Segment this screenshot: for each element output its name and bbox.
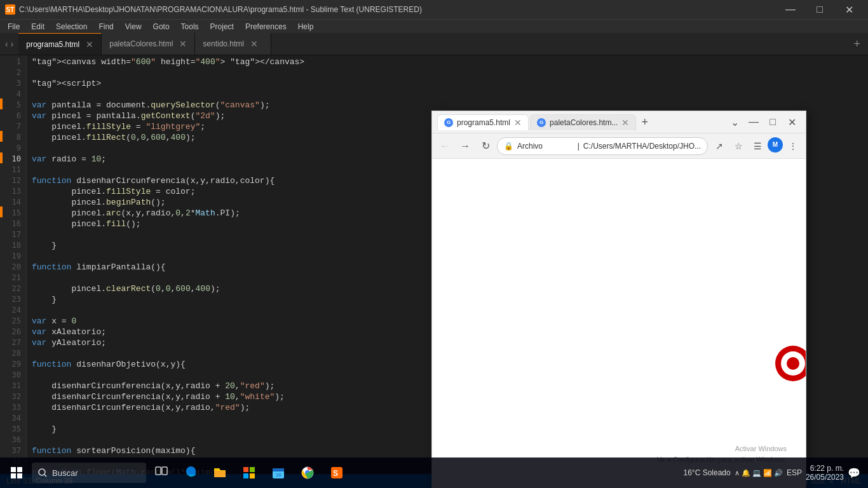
line-number-4: 4 (3, 89, 21, 100)
line-number-35: 35 (3, 424, 21, 435)
sidebar-icon[interactable]: ☰ (749, 137, 766, 155)
svg-line-8 (44, 475, 46, 477)
tab-nav-left[interactable]: ‹ › (0, 33, 18, 55)
titlebar-title: C:\Users\MARTHA\Desktop\JHONATAN\PROGRAM… (19, 5, 422, 14)
lock-icon: 🔒 (504, 142, 513, 151)
line-number-37: 37 (3, 445, 21, 456)
new-tab-button[interactable]: + (846, 33, 868, 55)
svg-rect-12 (250, 467, 255, 472)
start-button[interactable] (3, 459, 31, 487)
line-number-12: 12 (3, 175, 21, 186)
tab-close-paleta[interactable]: ✕ (179, 39, 187, 49)
taskbar-right: 16°C Soleado ∧ 🔔 💻 📶 🔊 ESP 6:22 p. m. 26… (684, 464, 866, 482)
svg-text:26: 26 (276, 472, 281, 478)
line-number-2: 2 (3, 67, 21, 78)
star-icon[interactable]: ☆ (729, 137, 747, 155)
forward-button[interactable]: → (456, 137, 474, 155)
taskbar-explorer[interactable] (206, 459, 234, 487)
svg-point-7 (39, 469, 45, 475)
tab-paleta[interactable]: paletaColores.html ✕ (102, 33, 195, 55)
menu-selection[interactable]: Selection (51, 21, 92, 32)
menu-help[interactable]: Help (293, 21, 319, 32)
menu-file[interactable]: File (3, 21, 25, 32)
titlebar: ST C:\Users\MARTHA\Desktop\JHONATAN\PROG… (0, 0, 868, 19)
line-number-16: 16 (3, 219, 21, 229)
svg-rect-4 (17, 467, 22, 472)
svg-rect-14 (250, 473, 255, 478)
search-label: Buscar (52, 468, 78, 478)
svg-point-2 (787, 357, 799, 370)
tabbar: ‹ › programa5.html ✕ paletaColores.html … (0, 33, 868, 55)
tab-sentido[interactable]: sentido.html ✕ (195, 33, 271, 55)
taskbar-clock: 6:22 p. m. 26/05/2023 (806, 464, 844, 482)
browser-content: Activar Windows Ve a Configuración para … (432, 159, 806, 488)
maximize-button[interactable]: □ (806, 0, 834, 19)
browser-minimize[interactable]: — (745, 114, 763, 130)
taskbar-app7[interactable]: S (323, 459, 351, 487)
browser-tab-2[interactable]: G paletaColores.htm... ✕ (530, 114, 636, 130)
taskbar-calendar[interactable]: 26 (264, 459, 292, 487)
line-number-20: 20 (3, 262, 21, 273)
browser-toolbar: ← → ↻ 🔒 Archivo | C:/Users/MARTHA/Deskto… (432, 133, 806, 159)
browser-new-tab[interactable]: + (637, 116, 652, 129)
browser-toolbar-icons: ↗ ☆ ☰ M ⋮ (710, 137, 802, 155)
address-bar[interactable]: 🔒 Archivo | C:/Users/MARTHA/Desktop/JHO.… (497, 137, 708, 155)
taskbar-task-view[interactable] (147, 459, 175, 487)
menu-project[interactable]: Project (205, 21, 239, 32)
line-number-7: 7 (3, 121, 21, 132)
menu-goto[interactable]: Goto (148, 21, 175, 32)
notification-icon[interactable]: 💬 (848, 467, 860, 479)
taskbar-store[interactable] (235, 459, 263, 487)
code-line-1: "tag"><canvas width="600" height="400"> … (32, 57, 863, 67)
profile-icon[interactable]: M (768, 137, 783, 152)
line-number-8: 8 (3, 132, 21, 143)
taskbar-time: 6:22 p. m. (806, 464, 844, 473)
close-button[interactable]: ✕ (835, 0, 863, 19)
site-icon-2: G (537, 118, 546, 127)
line-number-26: 26 (3, 327, 21, 337)
menu-view[interactable]: View (120, 21, 147, 32)
menu-find[interactable]: Find (93, 21, 118, 32)
menu-icon[interactable]: ⋮ (784, 137, 802, 155)
line-number-13: 13 (3, 186, 21, 197)
menu-preferences[interactable]: Preferences (240, 21, 292, 32)
svg-text:S: S (333, 469, 338, 478)
back-button[interactable]: ← (436, 137, 454, 155)
browser-close[interactable]: ✕ (783, 114, 801, 130)
line-number-33: 33 (3, 402, 21, 413)
line-number-9: 9 (3, 143, 21, 154)
svg-rect-5 (11, 473, 16, 478)
tab-programa5[interactable]: programa5.html ✕ (18, 33, 102, 55)
svg-rect-13 (243, 473, 248, 478)
line-number-21: 21 (3, 273, 21, 283)
taskbar-date: 26/05/2023 (806, 473, 844, 482)
taskbar-chrome[interactable] (294, 459, 322, 487)
menu-edit[interactable]: Edit (26, 21, 50, 32)
line-number-17: 17 (3, 229, 21, 240)
code-line-5: var pantalla = document.querySelector("c… (32, 100, 863, 111)
svg-rect-16 (273, 468, 284, 471)
tab-label-paleta: paletaColores.html (109, 39, 173, 48)
line-number-15: 15 (3, 208, 21, 219)
titlebar-controls: — □ ✕ (776, 0, 863, 19)
line-number-30: 30 (3, 370, 21, 381)
browser-chevron[interactable]: ⌄ (726, 114, 743, 130)
refresh-button[interactable]: ↻ (477, 137, 494, 155)
share-icon[interactable]: ↗ (710, 137, 728, 155)
line-number-24: 24 (3, 305, 21, 316)
tab-close-programa5[interactable]: ✕ (86, 39, 93, 50)
menubar: File Edit Selection Find View Goto Tools… (0, 19, 868, 33)
browser-tab-1[interactable]: G programa5.html ✕ (437, 114, 529, 130)
svg-rect-6 (17, 473, 22, 478)
taskbar-lang: ESP (787, 468, 802, 477)
taskbar-edge[interactable] (177, 459, 205, 487)
tab-close-sentido[interactable]: ✕ (250, 39, 258, 49)
line-number-5: 5 (3, 100, 21, 111)
address-separator: | (578, 142, 580, 151)
taskbar-search[interactable]: Buscar (32, 463, 146, 483)
browser-tab-1-close[interactable]: ✕ (514, 118, 522, 128)
menu-tools[interactable]: Tools (176, 21, 204, 32)
browser-tab-2-close[interactable]: ✕ (621, 118, 629, 128)
minimize-button[interactable]: — (776, 0, 804, 19)
browser-maximize[interactable]: □ (764, 114, 782, 130)
